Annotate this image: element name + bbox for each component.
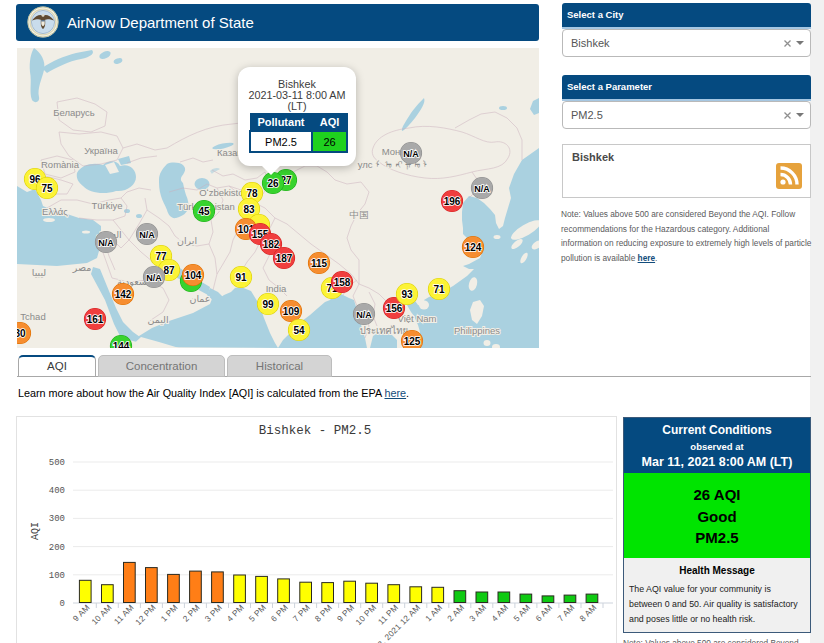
- svg-text:India: India: [266, 283, 287, 294]
- svg-text:45: 45: [198, 206, 210, 217]
- svg-text:0: 0: [60, 599, 65, 609]
- svg-text:N/A: N/A: [146, 273, 162, 283]
- svg-text:5 PM: 5 PM: [247, 602, 268, 623]
- svg-text:300: 300: [49, 514, 65, 524]
- svg-text:Romània: Romània: [41, 159, 80, 170]
- svg-text:ليبيا: ليبيا: [32, 267, 46, 278]
- svg-text:12 PM: 12 PM: [133, 602, 158, 627]
- svg-text:N/A: N/A: [474, 184, 490, 194]
- svg-text:158: 158: [334, 277, 351, 288]
- svg-text:124: 124: [465, 242, 482, 253]
- svg-text:83: 83: [243, 204, 255, 215]
- svg-text:125: 125: [404, 336, 421, 347]
- svg-text:196: 196: [444, 196, 461, 207]
- svg-text:10 AM: 10 AM: [89, 602, 113, 626]
- svg-text:N/A: N/A: [139, 230, 155, 240]
- svg-text:4 PM: 4 PM: [225, 602, 246, 623]
- svg-text:N/A: N/A: [403, 149, 419, 159]
- svg-text:104: 104: [185, 270, 202, 281]
- svg-text:6 PM: 6 PM: [269, 602, 290, 623]
- svg-text:71: 71: [433, 284, 445, 295]
- svg-text:87: 87: [163, 265, 175, 276]
- svg-text:187: 187: [276, 253, 293, 264]
- svg-text:Việt Nam: Việt Nam: [398, 313, 437, 324]
- svg-text:عمان: عمان: [189, 293, 210, 304]
- svg-text:8 PM: 8 PM: [313, 602, 334, 623]
- svg-text:500: 500: [49, 458, 65, 468]
- svg-text:Ελλάς: Ελλάς: [42, 206, 68, 217]
- svg-text:Україна: Україна: [84, 145, 118, 156]
- svg-text:улс ᠮᠣᠩᠭᠣᠯ: улс ᠮᠣᠩᠭᠣᠯ: [358, 159, 432, 170]
- svg-text:400: 400: [49, 486, 65, 496]
- svg-text:10 PM: 10 PM: [353, 602, 378, 627]
- svg-text:93: 93: [401, 289, 413, 300]
- svg-text:30: 30: [17, 328, 26, 339]
- svg-text:78: 78: [246, 188, 258, 199]
- svg-text:中国: 中国: [350, 209, 369, 220]
- svg-text:N/A: N/A: [356, 310, 372, 320]
- svg-text:مصر: مصر: [72, 262, 92, 273]
- svg-text:99: 99: [262, 299, 274, 310]
- svg-text:26: 26: [267, 178, 279, 189]
- svg-text:100: 100: [49, 571, 65, 581]
- svg-text:1 PM: 1 PM: [158, 602, 179, 623]
- svg-text:142: 142: [115, 289, 132, 300]
- svg-text:3 PM: 3 PM: [203, 602, 224, 623]
- svg-text:Philippines: Philippines: [454, 325, 500, 336]
- svg-text:54: 54: [293, 325, 305, 336]
- svg-text:109: 109: [283, 306, 300, 317]
- svg-text:75: 75: [41, 183, 53, 194]
- svg-text:Türkiye: Türkiye: [91, 200, 122, 211]
- svg-text:11 AM: 11 AM: [112, 602, 136, 626]
- svg-text:200: 200: [49, 543, 65, 553]
- svg-text:182: 182: [263, 239, 280, 250]
- svg-text:144: 144: [113, 341, 130, 349]
- svg-text:Tchad: Tchad: [20, 311, 45, 322]
- svg-text:156: 156: [386, 303, 403, 314]
- svg-text:115: 115: [311, 258, 328, 269]
- svg-text:Bishkek - PM2.5: Bishkek - PM2.5: [259, 424, 372, 438]
- svg-text:AQI: AQI: [30, 522, 41, 540]
- svg-text:N/A: N/A: [98, 238, 114, 248]
- svg-text:ايران: ايران: [177, 235, 197, 246]
- svg-text:161: 161: [87, 314, 104, 325]
- svg-text:اليمن: اليمن: [147, 314, 168, 325]
- svg-text:Беларусь: Беларусь: [53, 107, 95, 118]
- svg-text:2 PM: 2 PM: [180, 602, 201, 623]
- svg-text:91: 91: [235, 272, 247, 283]
- svg-text:7 PM: 7 PM: [291, 602, 312, 623]
- svg-text:ประเทศไทย: ประเทศไทย: [360, 325, 408, 336]
